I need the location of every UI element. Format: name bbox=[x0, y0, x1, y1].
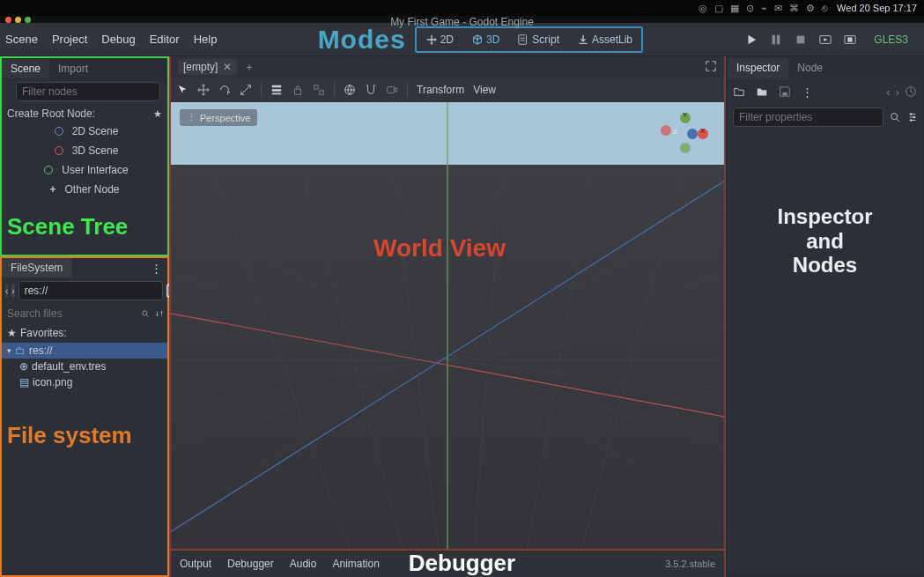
create-2d-scene-button[interactable]: 2D Scene bbox=[2, 122, 167, 141]
annotation-modes: Modes bbox=[309, 25, 415, 55]
zoom-icon[interactable] bbox=[25, 17, 31, 23]
menu-debug[interactable]: Debug bbox=[101, 33, 135, 46]
chevron-down-icon: ▾ bbox=[7, 346, 11, 355]
svg-rect-2 bbox=[777, 34, 780, 44]
tab-scene[interactable]: Scene bbox=[2, 59, 49, 78]
close-tab-icon[interactable]: ✕ bbox=[223, 61, 232, 73]
fs-file[interactable]: ▤ icon.png bbox=[2, 374, 167, 390]
nav-back-button[interactable]: ‹ bbox=[5, 284, 8, 298]
viewport-3d[interactable]: ⋮ Perspective Y X Z World View bbox=[171, 102, 724, 549]
play-icon[interactable] bbox=[745, 33, 758, 46]
tab-filesystem[interactable]: FileSystem bbox=[2, 258, 71, 277]
create-root-label: Create Root Node: bbox=[7, 107, 95, 120]
svg-point-34 bbox=[910, 113, 913, 115]
sysicon: ✉ bbox=[774, 3, 782, 14]
orientation-gizmo[interactable]: Y X Z bbox=[661, 113, 710, 153]
z-axis-ball[interactable] bbox=[687, 129, 698, 139]
view-menu[interactable]: View bbox=[473, 84, 496, 96]
add-tab-icon[interactable]: ＋ bbox=[244, 60, 255, 75]
rotate-tool-icon[interactable] bbox=[218, 84, 231, 96]
scene-tab[interactable]: [empty] ✕ bbox=[178, 59, 237, 75]
play-scene-icon[interactable] bbox=[819, 33, 832, 46]
group-icon[interactable] bbox=[313, 84, 325, 96]
search-files-input[interactable] bbox=[5, 306, 141, 322]
distraction-free-icon[interactable] bbox=[705, 60, 717, 75]
mode-3d-button[interactable]: 3D bbox=[462, 28, 508, 51]
snap-icon[interactable] bbox=[365, 84, 377, 96]
svg-point-9 bbox=[143, 311, 147, 315]
2d-icon bbox=[425, 33, 438, 46]
mode-switcher: 2D 3D Script AssetLib bbox=[415, 26, 643, 53]
renderer-label[interactable]: GLES3 bbox=[869, 33, 913, 46]
neg-y-ball[interactable] bbox=[680, 143, 691, 153]
os-clock: Wed 20 Sep 17:17 bbox=[837, 3, 917, 13]
create-ui-button[interactable]: User Interface bbox=[2, 160, 167, 180]
sort-icon[interactable] bbox=[155, 307, 164, 320]
play-custom-scene-icon[interactable] bbox=[844, 33, 856, 46]
camera-preview-icon[interactable] bbox=[386, 84, 398, 96]
annotation-debugger: Debugger bbox=[409, 550, 515, 577]
bottom-debugger[interactable]: Debugger bbox=[227, 558, 274, 570]
list-select-icon[interactable] bbox=[270, 84, 283, 96]
panel-menu-icon[interactable]: ⋮ bbox=[151, 262, 167, 275]
tab-inspector[interactable]: Inspector bbox=[728, 58, 788, 79]
svg-rect-0 bbox=[519, 34, 527, 44]
save-resource-icon[interactable] bbox=[779, 85, 791, 98]
search-icon[interactable] bbox=[141, 307, 150, 320]
mode-2d-button[interactable]: 2D bbox=[417, 28, 462, 51]
extra-menu-icon[interactable]: ⋮ bbox=[802, 85, 813, 99]
neg-x-ball[interactable] bbox=[661, 125, 671, 136]
sysicon: ⚙ bbox=[806, 3, 815, 14]
filter-nodes-input[interactable] bbox=[16, 82, 160, 101]
sysicon: ⌘ bbox=[789, 3, 799, 14]
move-tool-icon[interactable] bbox=[197, 84, 210, 96]
dots-icon: ⋮ bbox=[187, 112, 196, 123]
menu-editor[interactable]: Editor bbox=[150, 33, 180, 46]
search-icon[interactable] bbox=[889, 111, 901, 123]
bottom-animation[interactable]: Animation bbox=[332, 558, 379, 570]
history-fwd-icon[interactable]: › bbox=[896, 85, 899, 99]
fs-root-node[interactable]: ▾ 🗀 res:// bbox=[2, 343, 167, 359]
pause-icon[interactable] bbox=[770, 33, 782, 46]
svg-rect-14 bbox=[314, 85, 318, 89]
close-icon[interactable] bbox=[5, 17, 11, 23]
nav-fwd-button[interactable]: › bbox=[11, 284, 14, 298]
settings-icon[interactable] bbox=[906, 111, 919, 123]
mode-script-button[interactable]: Script bbox=[508, 28, 568, 51]
svg-rect-15 bbox=[320, 91, 323, 94]
fs-file[interactable]: ⊕ default_env.tres bbox=[2, 359, 167, 374]
lock-icon[interactable] bbox=[292, 84, 304, 96]
local-space-icon[interactable] bbox=[344, 84, 356, 96]
svg-rect-11 bbox=[272, 89, 282, 92]
transform-menu[interactable]: Transform bbox=[417, 84, 464, 96]
version-label: 3.5.2.stable bbox=[665, 559, 715, 569]
filter-properties-input[interactable] bbox=[733, 107, 883, 127]
annotation-scene-tree: Scene Tree bbox=[2, 199, 167, 246]
history-back-icon[interactable]: ‹ bbox=[886, 85, 890, 99]
perspective-dropdown[interactable]: ⋮ Perspective bbox=[180, 109, 257, 126]
svg-rect-13 bbox=[295, 89, 301, 94]
create-3d-scene-button[interactable]: 3D Scene bbox=[2, 141, 167, 160]
mode-assetlib-button[interactable]: AssetLib bbox=[568, 28, 641, 51]
stop-icon[interactable] bbox=[795, 33, 807, 46]
path-input[interactable] bbox=[18, 281, 163, 300]
open-resource-icon[interactable] bbox=[733, 85, 745, 98]
image-icon: ▤ bbox=[19, 376, 29, 388]
favorite-icon[interactable]: ★ bbox=[153, 108, 162, 120]
scale-tool-icon[interactable] bbox=[240, 84, 252, 96]
bottom-audio[interactable]: Audio bbox=[290, 558, 317, 570]
svg-point-35 bbox=[913, 116, 915, 119]
tab-node[interactable]: Node bbox=[788, 58, 832, 79]
menu-scene[interactable]: Scene bbox=[5, 33, 38, 46]
history-icon[interactable] bbox=[905, 85, 917, 98]
2d-node-icon bbox=[55, 127, 63, 136]
minimize-icon[interactable] bbox=[15, 17, 21, 23]
ui-node-icon bbox=[44, 166, 53, 174]
menu-help[interactable]: Help bbox=[194, 33, 218, 46]
load-resource-icon[interactable] bbox=[756, 85, 768, 98]
menu-project[interactable]: Project bbox=[52, 33, 87, 46]
tab-import[interactable]: Import bbox=[49, 59, 97, 78]
bottom-output[interactable]: Output bbox=[180, 558, 211, 570]
create-other-node-button[interactable]: +Other Node bbox=[2, 180, 167, 199]
select-tool-icon[interactable] bbox=[176, 84, 188, 96]
